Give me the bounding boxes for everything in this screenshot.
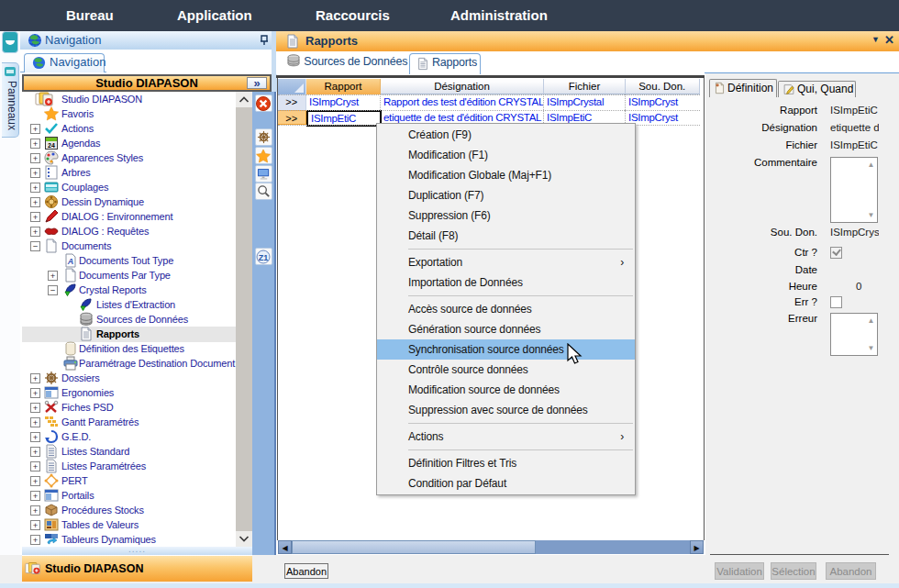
svg-text:24: 24	[48, 142, 55, 149]
svg-text:A: A	[67, 257, 74, 266]
svg-text:Z1: Z1	[259, 253, 269, 262]
